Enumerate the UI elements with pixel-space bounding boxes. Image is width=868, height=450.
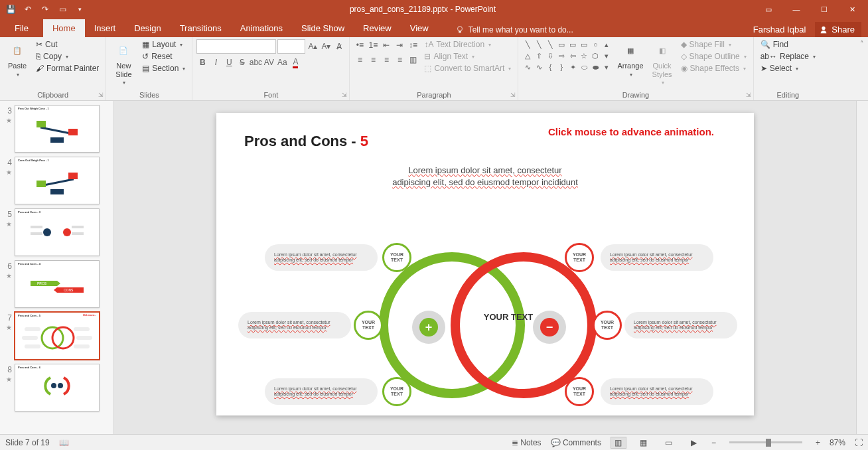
pros-node-1[interactable]: YOUR TEXT (382, 243, 411, 272)
slide-counter[interactable]: Slide 7 of 19 (5, 438, 50, 447)
shape-rect-icon[interactable]: ▭ (579, 39, 589, 50)
decrease-font-icon[interactable]: A▾ (320, 40, 332, 52)
replace-button[interactable]: ab↔Replace▾ (758, 51, 818, 62)
dialog-launcher-icon[interactable]: ⇲ (510, 92, 516, 98)
line-spacing-icon[interactable]: ↕≡ (407, 39, 419, 51)
thumbnail-6[interactable]: 6★Pros and Cons - 4PROSCONS (3, 260, 113, 308)
slide-subtitle[interactable]: Lorem ipsum dolor sit amet, consectetur … (216, 165, 754, 188)
slideshow-view-icon[interactable]: ▶ (686, 437, 702, 449)
shape-arrow-icon[interactable]: ⇦ (567, 50, 578, 61)
shape-line-icon[interactable]: ╲ (545, 39, 555, 50)
ribbon-display-icon[interactable]: ▭ (755, 0, 782, 19)
align-left-icon[interactable]: ≡ (354, 54, 366, 66)
cons-node-2[interactable]: YOUR TEXT (593, 311, 622, 340)
shape-tri-icon[interactable]: △ (522, 50, 533, 61)
pros-node-2[interactable]: YOUR TEXT (354, 311, 383, 340)
venn-diagram[interactable]: Lorem ipsum dolor sit amet, consectetur … (253, 246, 717, 412)
slide-canvas[interactable]: Pros and Cons - 5 Click mouse to advance… (216, 113, 754, 415)
quick-styles-button[interactable]: ◧Quick Styles▾ (649, 39, 676, 87)
shape-arrow-icon[interactable]: ⇨ (556, 50, 567, 61)
shape-arrow-icon[interactable]: ⇧ (534, 50, 544, 61)
thumbnail-7[interactable]: 7★Pros and Cons - 5Click mouse... (3, 312, 113, 360)
shape-callout-icon[interactable]: ⬬ (590, 62, 601, 72)
section-button[interactable]: ▤Section▾ (139, 63, 188, 74)
pros-pill-1[interactable]: Lorem ipsum dolor sit amet, consectetur … (265, 244, 378, 271)
cons-ring[interactable] (451, 252, 597, 398)
tab-transitions[interactable]: Transitions (171, 19, 231, 37)
thumbnail-8[interactable]: 8★Pros and Cons - 6 (3, 364, 113, 412)
cons-pill-2[interactable]: Lorem ipsum dolor sit amet, consectetur … (624, 312, 737, 338)
minimize-button[interactable]: — (783, 0, 810, 19)
gallery-more-icon[interactable]: ▾ (601, 50, 612, 61)
zoom-in-button[interactable]: + (816, 438, 820, 447)
paste-button[interactable]: 📋 Paste ▾ (4, 39, 31, 79)
vertical-scrollbar[interactable] (856, 101, 868, 434)
shape-star-icon[interactable]: ✦ (567, 62, 578, 72)
collapse-ribbon-icon[interactable]: ˄ (856, 37, 868, 100)
tab-insert[interactable]: Insert (85, 19, 125, 37)
increase-font-icon[interactable]: A▴ (307, 40, 319, 52)
align-center-icon[interactable]: ≡ (367, 54, 379, 66)
shape-line-icon[interactable]: ╲ (522, 39, 533, 50)
find-button[interactable]: 🔍Find (758, 39, 818, 50)
dialog-launcher-icon[interactable]: ⇲ (98, 92, 104, 98)
gallery-expand-icon[interactable]: ▾ (601, 62, 612, 72)
share-button[interactable]: Share (815, 22, 861, 37)
reset-button[interactable]: ↺Reset (139, 51, 188, 62)
clear-formatting-icon[interactable]: A̷ (333, 40, 345, 52)
pros-pill-3[interactable]: Lorem ipsum dolor sit amet, consectetur … (265, 378, 378, 405)
gallery-more-icon[interactable]: ▴ (601, 39, 612, 50)
center-text[interactable]: YOUR TEXT (478, 312, 538, 323)
char-spacing-icon[interactable]: AV (263, 56, 275, 68)
cons-node-3[interactable]: YOUR TEXT (565, 377, 594, 406)
thumbnail-3[interactable]: 3★Pros Out Weigh Cons - 1 (3, 105, 113, 153)
zoom-slider-thumb[interactable] (766, 439, 771, 447)
plus-badge[interactable]: + (412, 311, 445, 344)
shape-poly-icon[interactable]: ⬡ (590, 50, 601, 61)
thumbnail-5[interactable]: 5★Pros and Cons - 3 (3, 208, 113, 256)
minus-badge[interactable]: − (533, 311, 566, 344)
undo-icon[interactable]: ↶ (23, 4, 33, 15)
dialog-launcher-icon[interactable]: ⇲ (342, 92, 347, 98)
tab-home[interactable]: Home (43, 19, 85, 37)
shape-rect-icon[interactable]: ▭ (556, 39, 567, 50)
text-direction-button[interactable]: ↕AText Direction▾ (421, 39, 514, 50)
pros-node-3[interactable]: YOUR TEXT (382, 377, 411, 406)
bullets-icon[interactable]: •≡ (354, 39, 366, 51)
cons-pill-3[interactable]: Lorem ipsum dolor sit amet, consectetur … (601, 378, 713, 405)
tab-animations[interactable]: Animations (231, 19, 292, 37)
tab-design[interactable]: Design (125, 19, 170, 37)
start-from-beginning-icon[interactable]: ▭ (57, 4, 68, 15)
shape-oval-icon[interactable]: ○ (590, 39, 601, 50)
copy-button[interactable]: ⎘Copy▾ (33, 51, 102, 62)
shape-outline-button[interactable]: ◇Shape Outline▾ (678, 51, 749, 62)
dialog-launcher-icon[interactable]: ⇲ (746, 92, 751, 98)
cut-button[interactable]: ✂Cut (33, 39, 102, 50)
convert-smartart-button[interactable]: ⬚Convert to SmartArt▾ (421, 63, 514, 74)
tab-review[interactable]: Review (354, 19, 401, 37)
shape-brace-icon[interactable]: { (545, 62, 555, 72)
shape-arrow-icon[interactable]: ⇩ (545, 50, 555, 61)
arrange-button[interactable]: ▦Arrange▾ (615, 39, 646, 79)
close-button[interactable]: ✕ (839, 0, 865, 19)
font-family-combo[interactable] (196, 39, 276, 54)
slide-thumbnail-panel[interactable]: 3★Pros Out Weigh Cons - 1 4★Cons Out Wei… (0, 101, 114, 434)
cons-pill-1[interactable]: Lorem ipsum dolor sit amet, consectetur … (601, 244, 713, 271)
shape-line-icon[interactable]: ╲ (534, 39, 544, 50)
align-right-icon[interactable]: ≡ (380, 54, 392, 66)
shape-fill-button[interactable]: ◆Shape Fill▾ (678, 39, 749, 50)
shape-brace-icon[interactable]: } (556, 62, 567, 72)
new-slide-button[interactable]: 📄 New Slide ▾ (110, 39, 137, 87)
increase-indent-icon[interactable]: ⇥ (394, 39, 405, 51)
layout-button[interactable]: ▦Layout▾ (139, 39, 188, 50)
font-size-combo[interactable] (277, 39, 305, 54)
zoom-level[interactable]: 87% (830, 438, 845, 447)
shapes-gallery[interactable]: ╲╲╲▭▭▭○▴ △⇧⇩⇨⇦☆⬡▾ ∿∿{}✦⬭⬬▾ (522, 39, 612, 72)
user-name[interactable]: Farshad Iqbal (753, 25, 806, 35)
comments-button[interactable]: 💬 Comments (551, 438, 601, 447)
change-case-icon[interactable]: Aa (276, 56, 288, 68)
pros-pill-2[interactable]: Lorem ipsum dolor sit amet, consectetur … (238, 312, 351, 338)
save-icon[interactable]: 💾 (5, 4, 16, 15)
maximize-button[interactable]: ☐ (811, 0, 837, 19)
thumbnail-4[interactable]: 4★Cons Out Weigh Pros - 1 (3, 157, 113, 204)
